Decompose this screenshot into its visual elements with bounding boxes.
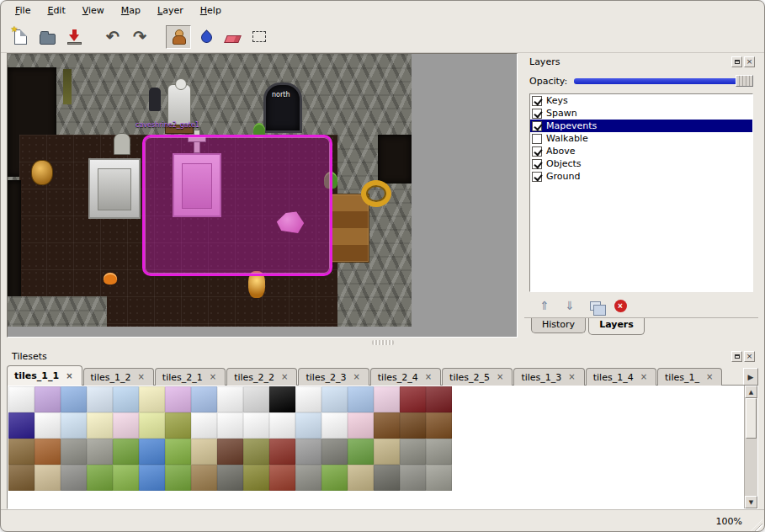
tile-swatch[interactable]: [243, 412, 269, 439]
tile-swatch[interactable]: [35, 386, 61, 412]
tileset-tab-3[interactable]: tiles_2_2×: [226, 368, 297, 386]
menu-edit[interactable]: Edit: [40, 3, 72, 21]
scrollbar-track[interactable]: [745, 398, 757, 496]
raise-layer-button[interactable]: ⇑: [536, 297, 553, 314]
menu-map[interactable]: Map: [114, 3, 148, 21]
tileset-tab-5[interactable]: tiles_2_4×: [370, 368, 441, 386]
tile-swatch[interactable]: [35, 465, 61, 491]
tile-swatch[interactable]: [8, 465, 35, 491]
tile-swatch[interactable]: [295, 386, 321, 412]
layer-row-1[interactable]: Spawn: [530, 107, 752, 120]
tile-swatch[interactable]: [295, 465, 321, 491]
layers-close-button[interactable]: ×: [744, 56, 755, 67]
layer-row-6[interactable]: Ground: [530, 170, 752, 183]
splitter-grip[interactable]: [372, 340, 394, 345]
tile-swatch[interactable]: [321, 439, 348, 465]
tile-swatch[interactable]: [243, 386, 269, 412]
tile-swatch[interactable]: [8, 386, 35, 412]
layers-dock-tab-0[interactable]: History: [531, 317, 586, 333]
map-canvas[interactable]: north caveshrine2_gate1: [8, 54, 412, 327]
scroll-down-button[interactable]: ▼: [745, 496, 757, 508]
tile-swatch[interactable]: [139, 386, 165, 412]
toolbar-button-open[interactable]: [35, 25, 60, 49]
tile-swatch[interactable]: [87, 465, 113, 491]
tile-swatch[interactable]: [61, 465, 87, 491]
menu-file[interactable]: File: [8, 3, 38, 21]
layer-checkbox[interactable]: [532, 121, 542, 131]
toolbar-button-save[interactable]: [61, 25, 87, 49]
scroll-up-button[interactable]: ▲: [745, 386, 757, 398]
tile-swatch[interactable]: [191, 412, 217, 439]
tileset-tab-7[interactable]: tiles_1_3×: [513, 368, 584, 386]
tileset-scrollbar[interactable]: ▲ ▼: [744, 386, 757, 508]
tile-swatch[interactable]: [139, 465, 165, 491]
close-tab-icon[interactable]: ×: [64, 371, 74, 381]
resize-grip[interactable]: [751, 519, 762, 531]
tile-swatch[interactable]: [35, 412, 61, 439]
close-tab-icon[interactable]: ×: [135, 372, 146, 382]
tile-swatch[interactable]: [87, 439, 113, 465]
close-tab-icon[interactable]: ×: [423, 372, 433, 382]
menu-view[interactable]: View: [75, 3, 112, 21]
tileset-tab-6[interactable]: tiles_2_5×: [442, 368, 513, 386]
map-selection-rectangle[interactable]: [142, 135, 332, 276]
toolbar-button-stamp[interactable]: [166, 25, 191, 49]
tile-swatch[interactable]: [61, 412, 87, 439]
layer-row-2[interactable]: Mapevents: [530, 120, 752, 132]
tile-swatch[interactable]: [321, 412, 348, 439]
tile-swatch[interactable]: [269, 412, 295, 439]
tile-swatch[interactable]: [400, 386, 426, 412]
tile-swatch[interactable]: [374, 412, 400, 439]
tilesets-close-button[interactable]: ×: [744, 351, 755, 362]
tile-swatch[interactable]: [139, 412, 165, 439]
tile-swatch[interactable]: [269, 439, 295, 465]
menu-layer[interactable]: Layer: [150, 3, 191, 21]
opacity-slider-handle[interactable]: [736, 75, 753, 87]
close-tab-icon[interactable]: ×: [351, 372, 361, 382]
tile-swatch[interactable]: [243, 439, 269, 465]
tile-swatch[interactable]: [165, 439, 191, 465]
tile-swatch[interactable]: [269, 386, 295, 412]
layer-checkbox[interactable]: [532, 96, 542, 106]
tile-swatch[interactable]: [87, 386, 113, 412]
tile-swatch[interactable]: [165, 465, 191, 491]
layers-float-button[interactable]: [731, 56, 742, 67]
tilesets-float-button[interactable]: [731, 351, 742, 362]
tile-swatch[interactable]: [217, 439, 243, 465]
map-view[interactable]: north caveshrine2_gate1: [7, 53, 518, 338]
tile-swatch[interactable]: [35, 439, 61, 465]
tile-swatch[interactable]: [374, 465, 400, 491]
tile-grid[interactable]: [8, 386, 744, 508]
tile-swatch[interactable]: [217, 412, 243, 439]
tile-swatch[interactable]: [295, 412, 321, 439]
layer-checkbox[interactable]: [532, 109, 542, 119]
close-tab-icon[interactable]: ×: [704, 372, 715, 382]
tile-swatch[interactable]: [321, 386, 348, 412]
tile-swatch[interactable]: [269, 465, 295, 491]
horizontal-splitter[interactable]: [1, 338, 764, 348]
tile-swatch[interactable]: [113, 439, 139, 465]
toolbar-button-select[interactable]: [247, 25, 272, 49]
layer-row-0[interactable]: Keys: [530, 94, 752, 107]
layer-row-5[interactable]: Objects: [530, 157, 752, 170]
tile-swatch[interactable]: [348, 439, 374, 465]
tab-scroll-right-button[interactable]: ▶: [743, 368, 758, 386]
tile-swatch[interactable]: [348, 465, 374, 491]
close-tab-icon[interactable]: ×: [279, 372, 290, 382]
tileset-tab-4[interactable]: tiles_2_3×: [298, 368, 369, 386]
delete-layer-button[interactable]: ×: [612, 297, 629, 314]
tile-swatch[interactable]: [348, 386, 374, 412]
tile-swatch[interactable]: [8, 439, 35, 465]
toolbar-button-fill[interactable]: [193, 25, 218, 49]
tile-swatch[interactable]: [113, 465, 139, 491]
tile-swatch[interactable]: [113, 386, 139, 412]
tile-swatch[interactable]: [217, 465, 243, 491]
tile-swatch[interactable]: [426, 465, 452, 491]
tile-swatch[interactable]: [426, 386, 452, 412]
tile-swatch[interactable]: [426, 439, 452, 465]
tile-swatch[interactable]: [113, 412, 139, 439]
close-tab-icon[interactable]: ×: [208, 372, 218, 382]
tileset-tab-2[interactable]: tiles_2_1×: [155, 368, 226, 386]
tileset-tab-0[interactable]: tiles_1_1×: [7, 365, 82, 386]
lower-layer-button[interactable]: ⇓: [561, 297, 578, 314]
